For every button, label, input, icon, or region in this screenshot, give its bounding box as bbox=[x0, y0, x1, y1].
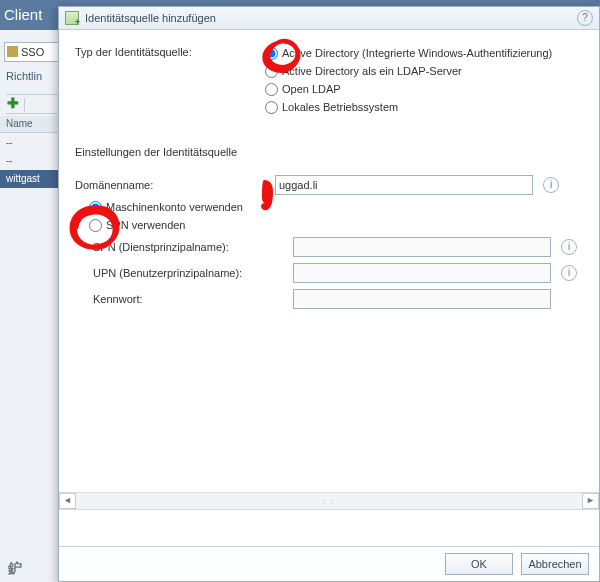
radio-use-spn[interactable]: SPN verwenden bbox=[75, 216, 591, 234]
radio-use-machine-account[interactable]: Maschinenkonto verwenden bbox=[75, 198, 591, 216]
dialog-titlebar: Identitätsquelle hinzufügen ? bbox=[59, 7, 599, 30]
scroll-left-arrow[interactable]: ◄ bbox=[59, 493, 76, 509]
domain-name-input[interactable] bbox=[275, 175, 533, 195]
app-title: Client bbox=[4, 6, 42, 23]
help-icon[interactable]: ? bbox=[577, 10, 593, 26]
scroll-track[interactable]: : : bbox=[76, 497, 582, 506]
upn-input[interactable] bbox=[293, 263, 551, 283]
column-header-name[interactable]: Name bbox=[0, 116, 64, 133]
table-row[interactable]: -- bbox=[0, 134, 64, 152]
radio-ad-integrated[interactable]: Active Directory (Integrierte Windows-Au… bbox=[265, 44, 591, 62]
scroll-right-arrow[interactable]: ► bbox=[582, 493, 599, 509]
settings-header: Einstellungen der Identitätsquelle bbox=[75, 146, 591, 158]
spn-label: SPN (Dienstprinzipalname): bbox=[75, 241, 293, 253]
domain-name-label: Domänenname: bbox=[75, 179, 275, 191]
add-identity-source-dialog: Identitätsquelle hinzufügen ? Typ der Id… bbox=[58, 6, 600, 582]
add-source-icon bbox=[65, 11, 79, 25]
footer-icon: 鈩 bbox=[8, 560, 22, 578]
password-input[interactable] bbox=[293, 289, 551, 309]
radio-local-os[interactable]: Lokales Betriebssystem bbox=[265, 98, 591, 116]
dialog-title: Identitätsquelle hinzufügen bbox=[85, 12, 216, 24]
info-icon[interactable]: i bbox=[561, 265, 577, 281]
radio-ad-ldap[interactable]: Active Directory als ein LDAP-Server bbox=[265, 62, 591, 80]
password-label: Kennwort: bbox=[75, 293, 293, 305]
radio-openldap[interactable]: Open LDAP bbox=[265, 80, 591, 98]
upn-label: UPN (Benutzerprinzipalname): bbox=[75, 267, 293, 279]
table-row[interactable]: wittgast bbox=[0, 170, 64, 188]
ok-button[interactable]: OK bbox=[445, 553, 513, 575]
info-icon[interactable]: i bbox=[561, 239, 577, 255]
cancel-button[interactable]: Abbrechen bbox=[521, 553, 589, 575]
table-row[interactable]: -- bbox=[0, 152, 64, 170]
add-icon[interactable]: ✚ bbox=[6, 95, 20, 111]
info-icon[interactable]: i bbox=[543, 177, 559, 193]
identity-type-label: Typ der Identitätsquelle: bbox=[75, 44, 265, 58]
horizontal-scrollbar[interactable]: ◄ : : ► bbox=[59, 492, 599, 510]
dialog-body: Typ der Identitätsquelle: Active Directo… bbox=[59, 30, 599, 546]
table-toolbar: ✚ bbox=[6, 94, 62, 114]
spn-input[interactable] bbox=[293, 237, 551, 257]
tab-richtlinien[interactable]: Richtlin bbox=[6, 70, 42, 82]
dialog-button-bar: OK Abbrechen bbox=[59, 546, 599, 581]
